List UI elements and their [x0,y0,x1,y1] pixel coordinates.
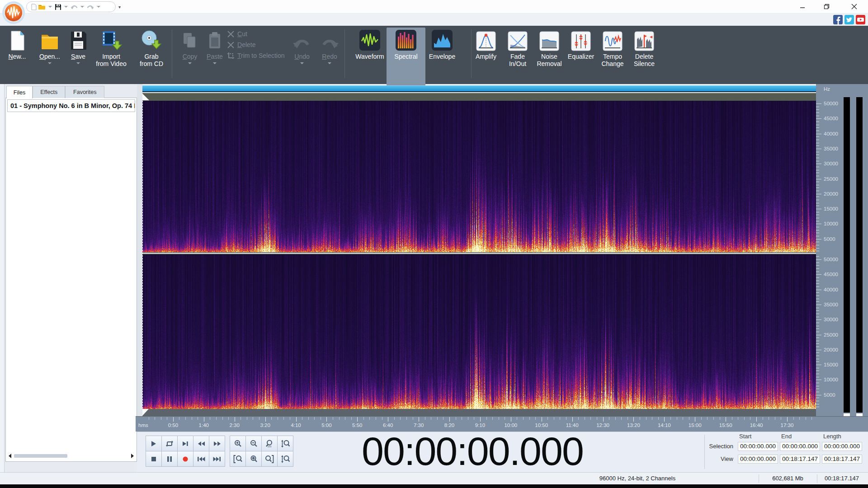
qat-open-small[interactable] [38,4,46,10]
ribbon-item-delete[interactable]: Delete [227,39,297,50]
ribbon-item-envelope[interactable]: Envelope [425,28,459,60]
selection-value-selection-length[interactable]: 00:00:00.000 [822,442,862,451]
zoom-vertical-in-button[interactable] [278,436,293,451]
zoom-sel-end-button[interactable] [262,451,277,466]
file-list[interactable]: 01 - Symphony No. 6 in B Minor, Op. 74 P… [5,98,137,462]
zoom-vertical-out-button[interactable] [278,451,293,466]
ribbon-item-save[interactable]: Save [67,28,90,64]
ruler-tick [369,417,370,420]
dropdown-caret-icon[interactable] [188,62,192,64]
rewind-button[interactable] [193,436,209,451]
ribbon-item-amplify[interactable]: Amplify [472,28,500,60]
selection-strip-top[interactable] [142,93,816,101]
selection-value-selection-start[interactable]: 00:00:00.000 [738,442,778,451]
ribbon-item-waveform[interactable]: Waveform [353,28,387,60]
zoom-controls: 100 [230,436,293,467]
selection-strip-bottom[interactable] [142,409,816,416]
ruler-tick [640,417,640,420]
freq-tick [816,317,819,317]
sidebar-tab-files[interactable]: Files [6,86,33,99]
ruler-tick [290,417,290,420]
freq-tick [816,377,819,377]
play-next-button[interactable] [178,436,193,451]
ribbon-item-open-[interactable]: Open... [36,28,63,64]
ribbon-item-fade-in-out[interactable]: FadeIn/Out [504,28,532,67]
close-button[interactable] [845,0,863,13]
qat-redo-small[interactable] [87,4,94,10]
stop-button[interactable] [146,451,161,466]
ruler-tick [720,417,720,420]
dropdown-caret-icon[interactable] [76,62,80,64]
forward-button[interactable] [209,436,225,451]
copy-icon [177,28,203,51]
selection-value-selection-end[interactable]: 00:00:00.000 [780,442,820,451]
zoom-all-button[interactable] [246,451,261,466]
to-start-button[interactable] [193,451,209,466]
twitter-icon[interactable] [844,15,854,24]
quick-access-customize-icon[interactable]: ▾ [118,5,121,9]
ribbon-item-spectral[interactable]: Spectral [389,28,423,60]
qat-caret-icon[interactable] [97,6,100,8]
ruler-tick [449,417,450,422]
pause-button[interactable] [162,451,177,466]
scroll-left-icon[interactable] [9,454,11,458]
ruler-tick [247,417,247,420]
zoom-out-button[interactable] [246,436,261,451]
ruler-tick [388,417,388,422]
qat-caret-icon[interactable] [48,6,52,8]
qat-save-small[interactable] [55,4,61,10]
selection-value-view-start[interactable]: 00:00:00.000 [738,455,778,464]
ribbon-item-delete-silence[interactable]: DeleteSilence [630,28,658,67]
dropdown-caret-icon[interactable] [328,62,331,64]
qat-caret-icon[interactable] [80,6,84,8]
freq-tick [816,259,821,260]
maximize-button[interactable] [817,0,835,13]
ruler-tick [621,417,622,420]
ribbon-item-import-from-video[interactable]: Importfrom Video [91,28,131,67]
selection-start-marker-top[interactable] [142,94,149,100]
dropdown-caret-icon[interactable] [48,62,52,64]
qat-undo-small[interactable] [71,4,78,10]
dropdown-caret-icon[interactable] [300,62,304,64]
qat-caret-icon[interactable] [64,6,68,8]
ribbon-item-paste[interactable]: Paste [202,28,227,64]
ribbon-item-redo[interactable]: Redo [316,28,343,64]
spectrogram-channel-1[interactable] [142,101,816,252]
waveform-horizontal-scrollbar[interactable] [142,85,816,92]
zoom-sel-start-button[interactable] [230,451,245,466]
scrollbar-thumb[interactable] [14,454,67,458]
youtube-icon[interactable] [856,15,865,24]
sidebar-tab-effects[interactable]: Effects [33,86,65,98]
record-button[interactable] [178,451,193,466]
frequency-unit-label: Hz [824,86,830,92]
spectrogram-channel-2[interactable] [142,254,816,409]
selection-start-marker-bottom[interactable] [142,409,149,416]
zoom-100-button[interactable]: 100 [262,436,277,451]
file-list-horizontal-scrollbar[interactable] [8,452,135,460]
zoom-in-button[interactable] [230,436,245,451]
ribbon-item-new-[interactable]: New... [4,28,31,60]
ruler-tick [633,417,634,422]
dropdown-caret-icon[interactable] [213,62,217,64]
minimize-button[interactable] [793,0,811,13]
file-list-item[interactable]: 01 - Symphony No. 6 in B Minor, Op. 74 P… [7,99,135,112]
facebook-icon[interactable] [833,15,843,24]
sidebar-tab-favorites[interactable]: Favorites [65,86,104,98]
time-display: 00:00:00.000 [337,428,608,474]
ribbon-item-tempo-change[interactable]: TempoChange [599,28,627,67]
selection-value-view-length[interactable]: 00:18:17.147 [822,455,862,464]
ribbon-item-trim-to-selection[interactable]: Trim to Selection [227,50,297,61]
ribbon-item-noise-removal[interactable]: NoiseRemoval [535,28,563,67]
ribbon-item-undo[interactable]: Undo [289,28,315,64]
ruler-tick [425,417,425,420]
qat-new-small[interactable] [31,4,37,10]
ribbon-item-copy[interactable]: Copy [177,28,203,64]
selection-value-view-end[interactable]: 00:18:17.147 [780,455,820,464]
ribbon-item-equalizer[interactable]: Equalizer [567,28,595,60]
to-end-button[interactable] [209,451,225,466]
loop-button[interactable] [162,436,177,451]
play-button[interactable] [146,436,161,451]
scroll-right-icon[interactable] [131,454,134,458]
ribbon-item-grab-from-cd[interactable]: Grabfrom CD [132,28,170,67]
ribbon-item-cut[interactable]: Cut [227,28,297,39]
